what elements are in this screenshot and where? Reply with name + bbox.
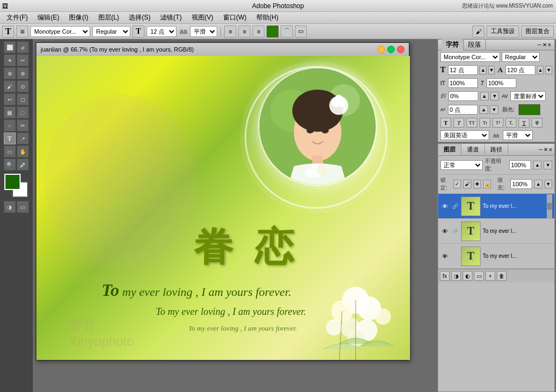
dodge-tool[interactable]: ○ xyxy=(4,119,16,131)
tool-preset-button[interactable]: 工具预设 xyxy=(486,26,519,37)
fill-up[interactable]: ▲ xyxy=(534,180,542,188)
opacity-up[interactable]: ▲ xyxy=(533,161,542,169)
layer-eye-2[interactable]: 👁 xyxy=(440,227,449,236)
lock-all-btn[interactable]: 🔒 xyxy=(483,180,491,188)
cap-size-down[interactable]: ▼ xyxy=(545,66,552,74)
layers-panel-minus[interactable]: ─ xyxy=(539,147,542,153)
align-right-button[interactable]: ≡ xyxy=(252,26,264,37)
menu-select[interactable]: 选择(S) xyxy=(124,12,155,23)
menu-help[interactable]: 帮助(H) xyxy=(252,12,283,23)
eyedropper-tool[interactable]: 💉 xyxy=(17,159,29,170)
menu-view[interactable]: 视图(V) xyxy=(187,12,218,23)
char-panel-minus[interactable]: ─ xyxy=(538,42,541,48)
menu-layer[interactable]: 图层(L) xyxy=(94,12,124,23)
lock-image-btn[interactable]: 🖌 xyxy=(463,180,471,188)
shape-tool[interactable]: ▭ xyxy=(4,146,16,157)
align-left-button[interactable]: ≡ xyxy=(224,26,236,37)
scale-v-input[interactable] xyxy=(448,78,478,88)
aa-method-select[interactable]: 平滑 xyxy=(503,130,533,140)
font-size-up[interactable]: ▲ xyxy=(479,66,486,74)
text-tool[interactable]: T xyxy=(4,132,16,144)
layer-comp-button[interactable]: 图层复合 xyxy=(521,26,554,37)
layer-row-1[interactable]: 👁 🔗 T To my ever l... xyxy=(438,194,554,219)
blur-tool[interactable]: ◌ xyxy=(17,106,29,118)
layer-row-3[interactable]: 👁 T To my ever l... xyxy=(438,244,554,269)
fx-button[interactable]: fx xyxy=(440,271,450,281)
zoom-tool[interactable]: 🔍 xyxy=(4,159,16,170)
pen-tool[interactable]: ✏ xyxy=(17,119,29,131)
menu-edit[interactable]: 编辑(E) xyxy=(33,12,64,23)
new-layer-button[interactable]: + xyxy=(485,271,495,281)
group-button[interactable]: ▭ xyxy=(474,271,484,281)
text-tool-button[interactable]: T xyxy=(2,26,14,37)
fill-input[interactable] xyxy=(510,179,532,189)
marquee-tool[interactable]: ⬜ xyxy=(4,41,16,53)
allcaps-btn[interactable]: TT xyxy=(466,118,477,128)
layer-eye-3[interactable]: 👁 xyxy=(440,252,449,261)
healing-brush-tool[interactable]: ⊕ xyxy=(4,67,16,79)
aa-select[interactable]: 平滑 xyxy=(190,26,217,37)
font-family-select[interactable]: Monotype Cor... xyxy=(30,26,90,37)
tracking-input[interactable] xyxy=(448,91,478,101)
warp-text-button[interactable]: ⌒ xyxy=(281,26,293,37)
delete-layer-button[interactable]: 🗑 xyxy=(497,271,507,281)
align-center-button[interactable]: ≡ xyxy=(238,26,250,37)
language-select[interactable]: 美国英语 xyxy=(440,130,489,140)
fill-down[interactable]: ▼ xyxy=(545,180,552,188)
lock-position-btn[interactable]: ✚ xyxy=(473,180,481,188)
text-color-swatch[interactable] xyxy=(267,26,279,37)
font-style-select[interactable]: Regular xyxy=(92,26,130,37)
close-button[interactable] xyxy=(397,46,405,53)
brush-tool[interactable]: 🖌 xyxy=(4,80,16,92)
sub-btn[interactable]: T, xyxy=(506,118,516,128)
layer-link-1[interactable]: 🔗 xyxy=(451,203,459,210)
layers-tab[interactable]: 图层 xyxy=(438,144,462,155)
mask-button[interactable]: ◑ xyxy=(451,271,461,281)
path-tool[interactable]: ↗ xyxy=(17,132,29,144)
menu-image[interactable]: 图像(I) xyxy=(65,12,92,23)
font-size-down[interactable]: ▼ xyxy=(488,66,495,74)
lasso-tool[interactable]: ⌀ xyxy=(17,41,29,53)
lock-transparent-btn[interactable]: ✓ xyxy=(453,180,461,188)
stamp-tool[interactable]: ⊙ xyxy=(17,80,29,92)
bold-btn[interactable]: T xyxy=(440,118,451,128)
tracking-up[interactable]: ▲ xyxy=(480,92,489,100)
tracking-down[interactable]: ▼ xyxy=(490,92,499,100)
layers-panel-close[interactable]: ✕ xyxy=(544,147,548,153)
history-brush-tool[interactable]: ↩ xyxy=(4,93,16,105)
extra-button[interactable]: 🖌 xyxy=(472,26,484,37)
maximize-button[interactable] xyxy=(387,46,395,53)
layer-row-2[interactable]: 👁 🔗 T To my ever l... xyxy=(438,219,554,244)
char-style-select[interactable]: Regular xyxy=(502,52,540,62)
font-size-select[interactable]: 12 点 xyxy=(147,26,176,37)
italic-btn[interactable]: T xyxy=(453,118,464,128)
char-panel-menu[interactable]: ≡ xyxy=(548,42,551,48)
char-paragraph-button[interactable]: ▭ xyxy=(295,26,307,37)
layer-link-2[interactable]: 🔗 xyxy=(451,227,459,235)
blend-mode-select[interactable]: 正常 xyxy=(440,160,483,170)
cap-size-up[interactable]: ▲ xyxy=(537,66,544,74)
char-tab[interactable]: 字符 xyxy=(441,39,464,50)
underline-btn[interactable]: T xyxy=(519,118,529,128)
char-color-swatch[interactable] xyxy=(519,104,540,115)
minimize-button[interactable] xyxy=(377,46,385,53)
baseline-up[interactable]: ▲ xyxy=(479,105,488,114)
paths-tab[interactable]: 路径 xyxy=(485,144,508,155)
hand-tool[interactable]: ✋ xyxy=(17,146,29,157)
opacity-input[interactable] xyxy=(509,160,531,170)
gradient-tool[interactable]: ▦ xyxy=(4,106,16,118)
strike-btn[interactable]: T xyxy=(532,118,542,128)
adjustment-button[interactable]: ◐ xyxy=(463,271,472,281)
layer-scrollbar-thumb-1[interactable] xyxy=(547,203,552,210)
font-align-button[interactable]: ≡ xyxy=(16,26,28,37)
font-size-input[interactable] xyxy=(448,65,478,75)
foreground-color[interactable] xyxy=(4,174,21,190)
eraser-tool[interactable]: ◻ xyxy=(17,93,29,105)
menu-file[interactable]: 文件(F) xyxy=(2,12,32,23)
opacity-down[interactable]: ▼ xyxy=(544,161,552,169)
char-font-select[interactable]: Monotype Cor... xyxy=(440,52,500,62)
baseline-down[interactable]: ▼ xyxy=(490,105,498,114)
layer-eye-1[interactable]: 👁 xyxy=(440,202,449,211)
quick-mask-tool[interactable]: ◑ xyxy=(4,201,16,213)
channels-tab[interactable]: 通道 xyxy=(462,144,485,155)
